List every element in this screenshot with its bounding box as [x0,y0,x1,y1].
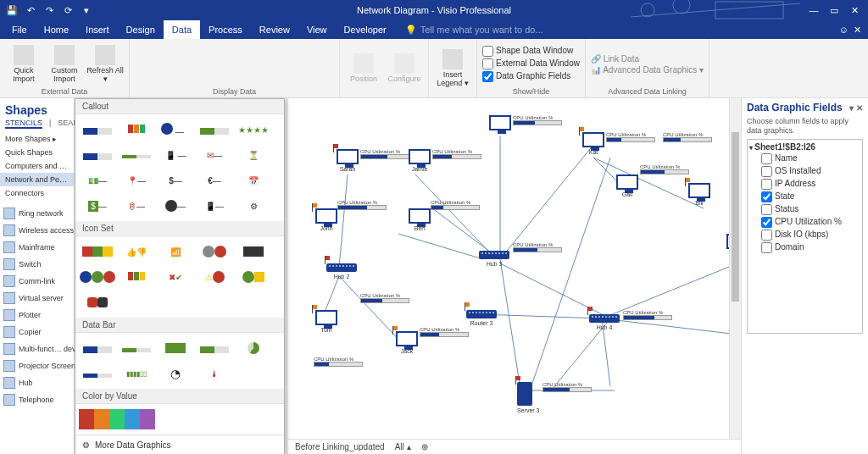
gallery-item[interactable] [79,240,116,263]
gallery-item[interactable]: ◔ [157,362,194,385]
custom-import-button[interactable]: Custom Import [46,45,83,84]
gallery-item[interactable] [79,143,116,167]
stencil-item[interactable]: Ring network [0,205,74,222]
refresh-all-button[interactable]: Refresh All ▾ [86,45,124,84]
smiley-icon[interactable]: ☺ [839,25,849,35]
stencil-item[interactable]: Plotter [0,307,74,324]
gallery-item[interactable]: 📍 — [118,169,155,192]
gallery-item[interactable] [79,291,116,314]
dgf-field[interactable]: OS Installed [749,165,860,178]
dgf-dropdown-icon[interactable]: ▾ [849,103,854,113]
gallery-item[interactable] [196,336,233,360]
dgf-field[interactable]: IP Address [749,178,860,191]
gallery-item[interactable]: ▮▮▮▮▯▯ [118,362,155,385]
tab-data[interactable]: Data [164,20,200,39]
undo-icon[interactable]: ↶ [24,3,37,17]
stencil-item[interactable]: Mainframe [0,239,74,256]
tab-process[interactable]: Process [200,20,251,39]
stencil-item[interactable]: Copier [0,324,74,340]
adv-data-graphics-button[interactable]: 📊 Advanced Data Graphics ▾ [591,64,704,75]
section-quick-shapes[interactable]: Quick Shapes [0,146,74,159]
stencil-item[interactable]: Telephone [0,391,74,408]
gallery-item[interactable] [79,336,116,360]
help-close-icon[interactable]: ✕ [854,25,861,36]
gallery-item[interactable]: ✖✔ [157,265,194,289]
gallery-item[interactable] [118,143,155,167]
more-shapes[interactable]: More Shapes ▸ [0,132,74,146]
tab-developer[interactable]: Developer [336,20,395,39]
stencil-item[interactable]: Comm-link [0,273,74,290]
stencil-item[interactable]: Hub [0,374,74,391]
tab-insert[interactable]: Insert [77,20,118,39]
gallery-item[interactable] [79,407,155,431]
stencil-item[interactable]: Switch [0,256,74,273]
gallery-item[interactable]: 📱 — [157,143,194,167]
tab-stencils[interactable]: STENCILS [5,119,42,129]
qat-more-icon[interactable]: ▾ [80,3,93,17]
gallery-item[interactable]: ★★★★ [235,118,272,141]
gallery-item[interactable]: — [157,118,194,141]
gallery-item[interactable]: 💵 — [79,169,116,192]
drawing-canvas[interactable]: Sarah CPU Utilization % Jamie CPU Utiliz… [288,98,741,439]
tab-review[interactable]: Review [251,20,298,39]
restore-icon[interactable]: ▭ [826,5,843,16]
tab-view[interactable]: View [298,20,336,39]
gallery-item[interactable] [196,118,233,141]
gallery-item[interactable]: $ — [79,194,116,218]
gallery-item[interactable]: € — [196,169,233,192]
dgf-field[interactable]: Domain [749,241,860,254]
gallery-item[interactable] [196,240,233,263]
tab-design[interactable]: Design [118,20,164,39]
section-computers[interactable]: Computers and Monitors [0,159,74,173]
link-data-button[interactable]: 🔗 Link Data [591,53,704,64]
close-icon[interactable]: ✕ [846,5,863,16]
gallery-item[interactable]: 📅 [235,169,272,192]
dgf-field[interactable]: CPU Utilization % [749,216,860,229]
gallery-item[interactable]: 📶 [157,240,194,263]
quick-import-button[interactable]: Quick Import [5,45,42,84]
gallery-item[interactable] [235,240,272,263]
section-network[interactable]: Network and Peripherals [0,173,74,186]
tab-home[interactable]: Home [36,20,77,39]
chk-external-data-window[interactable]: External Data Window [482,58,580,70]
gallery-item[interactable]: — [157,194,194,218]
redo-icon[interactable]: ↷ [42,3,56,17]
gallery-item[interactable]: 👍👎 [118,240,155,263]
stencil-item[interactable]: Multi-funct… device [0,340,74,357]
gallery-item[interactable] [118,118,155,141]
gallery-item[interactable]: ⚠ [196,265,233,289]
gallery-item[interactable]: ✉ — [196,143,233,167]
stencil-item[interactable]: Virtual server [0,290,74,307]
gallery-item[interactable] [79,118,116,141]
gallery-item[interactable] [235,336,272,360]
save-icon[interactable]: 💾 [5,3,19,17]
stencil-item[interactable]: Wireless access point [0,222,74,239]
gallery-item[interactable]: 🌡 [196,362,233,385]
gallery-item[interactable]: 📱 — [196,194,233,218]
gallery-item[interactable] [235,265,272,289]
dgf-field[interactable]: Status [749,203,860,216]
insert-legend-button[interactable]: Insert Legend ▾ [434,49,471,88]
dgf-root[interactable]: Sheet1!$B2:I26 [749,141,860,152]
gallery-item[interactable] [79,265,116,289]
tab-file[interactable]: File [3,20,36,39]
vertical-scrollbar[interactable] [729,98,741,439]
dgf-field[interactable]: Name [749,152,860,165]
dgf-field[interactable]: Disk IO (kbps) [749,229,860,241]
gallery-item[interactable] [118,265,155,289]
gallery-item[interactable]: ⏳ [235,143,272,167]
gallery-item[interactable]: 🛢 — [118,194,155,218]
gallery-item[interactable] [157,336,194,360]
stencil-item[interactable]: Projector Screen [0,357,74,374]
gallery-item[interactable]: ⚙ [235,194,272,218]
minimize-icon[interactable]: — [805,5,822,16]
dgf-field[interactable]: State [749,191,860,203]
gallery-item[interactable] [79,362,116,385]
more-data-graphics[interactable]: ⚙ More Data Graphics [75,435,284,454]
tell-me[interactable]: 💡 Tell me what you want to do... [395,20,543,39]
section-connectors[interactable]: Connectors [0,186,74,200]
gallery-item[interactable] [118,336,155,360]
refresh-icon[interactable]: ⟳ [61,3,75,17]
dgf-close-icon[interactable]: ✕ [856,103,863,113]
gallery-item[interactable]: $ — [157,169,194,192]
